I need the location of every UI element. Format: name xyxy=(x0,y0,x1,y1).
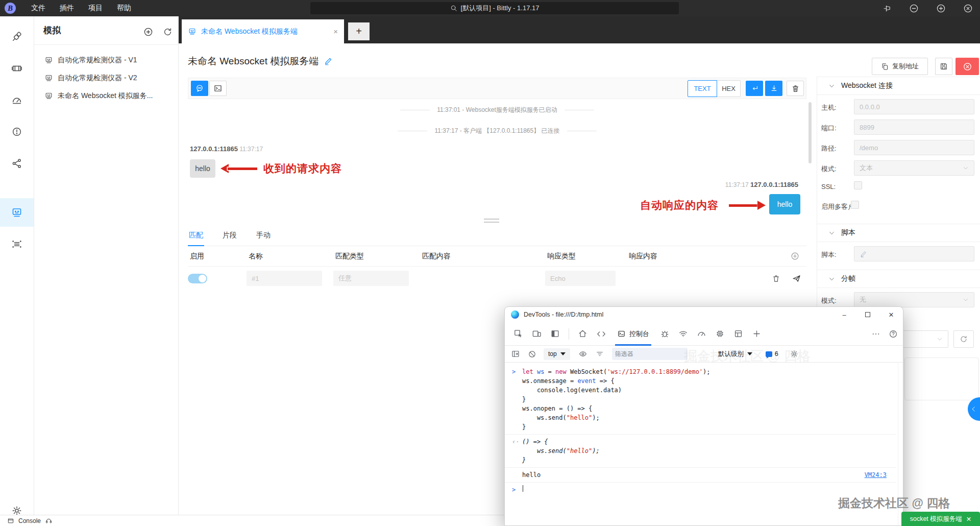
list-item-mock-ws[interactable]: 未命名 Websocket 模拟服务... xyxy=(34,87,179,105)
splitter-drag-handle[interactable] xyxy=(484,219,499,223)
help-icon[interactable] xyxy=(889,329,898,339)
message-log: 11:37:01 - Websocket服务端模拟服务已启动 11:37:17 … xyxy=(188,99,806,221)
sidebar-item-mock[interactable] xyxy=(0,198,34,227)
section-websocket-connection[interactable]: Websocket 连接 xyxy=(817,77,980,95)
close-circle-icon[interactable] xyxy=(963,4,973,13)
browser-tab-fragment[interactable]: socket 模拟服务端 ✕ xyxy=(901,512,980,526)
tab-close-icon[interactable]: × xyxy=(333,27,338,36)
tab-snippet[interactable]: 片段 xyxy=(222,227,238,246)
new-tab-button[interactable]: + xyxy=(348,22,370,40)
context-selector[interactable]: top xyxy=(544,348,570,360)
dock-side-icon[interactable] xyxy=(550,329,560,339)
sources-code-icon[interactable] xyxy=(596,329,606,339)
network-wifi-icon[interactable] xyxy=(678,329,688,339)
multi-client-label: 启用多客户端 xyxy=(821,202,854,211)
application-icon[interactable] xyxy=(733,329,743,339)
scroll-bottom-button[interactable] xyxy=(765,81,782,96)
filter-input[interactable] xyxy=(612,348,688,360)
devtools-window: DevTools - file:///D:/tmp.html – ✕ 控制台 xyxy=(504,306,903,526)
console-output[interactable]: >let ws = new WebSocket('ws://127.0.0.1:… xyxy=(505,363,896,526)
maximize-circle-icon[interactable] xyxy=(936,4,946,13)
page-title: 未命名 Websocket 模拟服务端 xyxy=(188,55,333,68)
tab-console[interactable]: 控制台 xyxy=(615,322,651,346)
terminal-view-button[interactable] xyxy=(209,81,227,96)
tab-match[interactable]: 匹配 xyxy=(188,227,204,246)
refresh-fragment-button[interactable] xyxy=(953,330,974,348)
match-type-input[interactable]: 任意 xyxy=(333,271,409,286)
copy-address-button[interactable]: 复制地址 xyxy=(872,58,928,75)
outgoing-message-bubble[interactable]: hello xyxy=(769,194,800,214)
more-options-icon[interactable] xyxy=(871,329,880,339)
stop-service-button[interactable] xyxy=(955,58,979,75)
refresh-icon[interactable] xyxy=(163,27,173,37)
sidebar-item-flow[interactable] xyxy=(0,149,34,178)
minimize-circle-icon[interactable] xyxy=(909,4,919,13)
console-sidebar-icon[interactable] xyxy=(511,349,520,358)
mode-hex-button[interactable]: HEX xyxy=(717,80,741,97)
chevron-down-icon xyxy=(937,336,943,342)
sidebar-item-panel[interactable] xyxy=(0,54,34,83)
log-scrollbar[interactable] xyxy=(808,102,812,163)
mode-text-button[interactable]: TEXT xyxy=(688,80,717,97)
rule-name-input[interactable]: #1 xyxy=(247,271,322,286)
script-editor-field[interactable] xyxy=(854,246,974,261)
robot-icon xyxy=(44,74,53,82)
status-console-label[interactable]: Console xyxy=(18,517,41,524)
mode-select[interactable]: 文本 xyxy=(854,160,974,176)
sidebar-item-timer[interactable] xyxy=(0,117,34,146)
response-type-input[interactable]: Echo xyxy=(545,271,616,286)
add-mock-icon[interactable] xyxy=(143,27,153,37)
section-script[interactable]: 脚本 xyxy=(817,224,980,242)
incoming-message-bubble[interactable]: hello xyxy=(190,159,215,178)
message-time: 11:37:17 xyxy=(725,181,749,188)
sidebar-item-directive[interactable] xyxy=(0,230,34,258)
clear-log-button[interactable] xyxy=(787,81,804,96)
tab-websocket-mock[interactable]: 未命名 Websocket 模拟服务端 × xyxy=(182,19,344,43)
ssl-checkbox[interactable] xyxy=(854,181,862,189)
newline-button[interactable] xyxy=(746,81,763,96)
devtools-close-icon[interactable]: ✕ xyxy=(879,311,903,319)
performance-icon[interactable] xyxy=(697,329,706,339)
frame-mode-select[interactable]: 无 xyxy=(854,292,974,307)
bug-icon[interactable] xyxy=(660,329,670,339)
chat-view-button[interactable] xyxy=(191,81,208,96)
tab-fragment-close-icon[interactable]: ✕ xyxy=(966,515,971,523)
port-input[interactable]: 8899 xyxy=(854,119,974,135)
tab-manual[interactable]: 手动 xyxy=(255,227,272,246)
section-framing[interactable]: 分帧 xyxy=(817,270,980,288)
home-icon[interactable] xyxy=(578,329,587,339)
more-tabs-icon[interactable] xyxy=(752,329,762,339)
menu-project[interactable]: 项目 xyxy=(81,1,110,15)
log-event: 11:37:17 - 客户端 【127.0.0.1:11865】 已连接 xyxy=(188,127,806,135)
menu-file[interactable]: 文件 xyxy=(24,1,53,15)
list-item-mock-v1[interactable]: 自动化常规检测仪器 - V1 xyxy=(34,51,179,69)
live-expression-eye-icon[interactable] xyxy=(578,349,587,358)
filter-icon[interactable] xyxy=(596,350,604,358)
devtools-minimize-icon[interactable]: – xyxy=(832,311,856,319)
multi-client-checkbox[interactable] xyxy=(851,201,859,209)
source-link[interactable]: VM24:3 xyxy=(865,470,887,480)
rule-enable-toggle[interactable] xyxy=(188,274,207,283)
project-search-bar[interactable]: [默认项目] - Bittly - 1.17.17 xyxy=(310,2,679,14)
device-toolbar-icon[interactable] xyxy=(532,329,542,339)
menu-help[interactable]: 帮助 xyxy=(110,1,138,15)
host-input[interactable]: 0.0.0.0 xyxy=(854,99,974,114)
sidebar-item-dashboard[interactable] xyxy=(0,86,34,114)
headphones-icon[interactable] xyxy=(45,517,53,524)
inspect-element-icon[interactable] xyxy=(513,329,523,339)
list-item-mock-v2[interactable]: 自动化常规检测仪器 - V2 xyxy=(34,69,179,87)
outgoing-annotation: 自动响应的内容 xyxy=(640,198,719,212)
save-button[interactable] xyxy=(935,58,952,75)
menu-plugin[interactable]: 插件 xyxy=(53,1,81,15)
path-input[interactable]: /demo xyxy=(854,140,974,155)
add-rule-icon[interactable] xyxy=(791,252,799,260)
devtools-maximize-icon[interactable] xyxy=(856,312,879,317)
pin-icon[interactable] xyxy=(883,4,892,13)
partial-select-fragment[interactable] xyxy=(903,330,948,348)
clear-console-icon[interactable] xyxy=(528,350,536,358)
sidebar-item-connection[interactable] xyxy=(0,22,34,51)
edit-title-icon[interactable] xyxy=(324,57,333,66)
delete-rule-icon[interactable] xyxy=(772,274,780,283)
memory-chip-icon[interactable] xyxy=(715,329,725,339)
send-icon[interactable] xyxy=(792,274,801,283)
